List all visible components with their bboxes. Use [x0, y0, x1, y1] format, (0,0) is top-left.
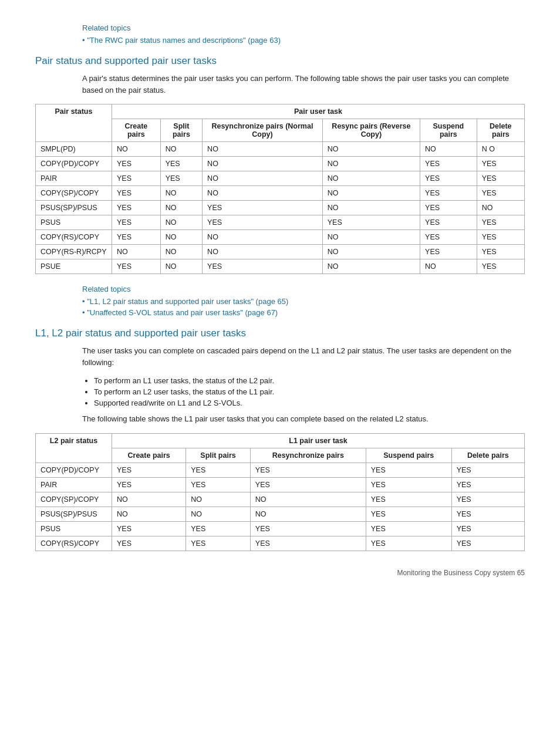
table2-subheader: Create pairs: [112, 448, 186, 463]
value-cell: YES: [420, 245, 477, 259]
value-cell: YES: [477, 215, 524, 230]
value-cell: NO: [186, 507, 251, 521]
value-cell: YES: [203, 259, 323, 274]
value-cell: YES: [186, 463, 251, 477]
value-cell: YES: [112, 536, 186, 551]
value-cell: YES: [112, 201, 161, 215]
value-cell: YES: [451, 463, 524, 477]
table-row: PSUS(SP)/PSUSYESNOYESNOYESNO: [36, 201, 525, 215]
value-cell: YES: [203, 215, 323, 230]
value-cell: YES: [366, 507, 451, 521]
value-cell: YES: [451, 507, 524, 521]
value-cell: YES: [451, 492, 524, 507]
table2-subheader: Suspend pairs: [366, 448, 451, 463]
value-cell: NO: [250, 507, 366, 521]
value-cell: YES: [186, 521, 251, 536]
value-cell: YES: [160, 157, 202, 171]
table-row: COPY(PD)/COPYYESYESYESYESYES: [36, 463, 525, 477]
value-cell: NO: [322, 142, 420, 157]
table-row: PSUEYESNOYESNONOYES: [36, 259, 525, 274]
table1-subheader: Resynchronize pairs (Normal Copy): [203, 119, 323, 142]
l2-pair-status-table: L2 pair status L1 pair user task Create …: [35, 433, 525, 551]
pair-status-cell: COPY(RS-R)/RCPY: [36, 245, 112, 259]
l2-status-cell: PSUS: [36, 521, 112, 536]
value-cell: NO: [160, 186, 202, 201]
value-cell: YES: [366, 463, 451, 477]
value-cell: YES: [366, 492, 451, 507]
table1-col1-header: Pair status: [36, 104, 112, 142]
list-item: Supported read/write on L1 and L2 S-VOLs…: [94, 399, 525, 407]
l2-status-cell: COPY(SP)/COPY: [36, 492, 112, 507]
value-cell: YES: [420, 201, 477, 215]
related-link-1[interactable]: "The RWC pair status names and descripti…: [82, 36, 525, 45]
value-cell: NO: [322, 201, 420, 215]
value-cell: YES: [160, 171, 202, 186]
value-cell: YES: [451, 477, 524, 492]
value-cell: NO: [420, 142, 477, 157]
value-cell: NO: [322, 230, 420, 245]
pair-status-cell: PSUS: [36, 215, 112, 230]
value-cell: YES: [477, 186, 524, 201]
value-cell: N O: [477, 142, 524, 157]
section2-bullets: To perform an L1 user tasks, the status …: [94, 376, 525, 407]
value-cell: YES: [477, 259, 524, 274]
value-cell: NO: [186, 492, 251, 507]
l2-status-cell: PSUS(SP)/PSUS: [36, 507, 112, 521]
table2-subheader: Delete pairs: [451, 448, 524, 463]
section2-heading: L1, L2 pair status and supported pair us…: [35, 328, 525, 339]
related-link-2[interactable]: "L1, L2 pair status and supported pair u…: [82, 297, 525, 306]
table1-subheader: Suspend pairs: [420, 119, 477, 142]
value-cell: NO: [112, 492, 186, 507]
value-cell: NO: [160, 142, 202, 157]
value-cell: YES: [112, 171, 161, 186]
table-row: COPY(SP)/COPYYESNONONOYESYES: [36, 186, 525, 201]
section2-body2: The following table shows the L1 pair us…: [82, 413, 525, 425]
value-cell: YES: [186, 477, 251, 492]
table1-subheader: Resync pairs (Reverse Copy): [322, 119, 420, 142]
l2-status-cell: COPY(PD)/COPY: [36, 463, 112, 477]
table-row: COPY(SP)/COPYNONONOYESYES: [36, 492, 525, 507]
section1-body: A pair's status determines the pair user…: [82, 73, 525, 96]
value-cell: NO: [420, 259, 477, 274]
related-topics-1: Related topics "The RWC pair status name…: [35, 23, 525, 45]
table1-subheader: Delete pairs: [477, 119, 524, 142]
footer: Monitoring the Business Copy system 65: [35, 569, 525, 577]
value-cell: YES: [366, 521, 451, 536]
table-row: SMPL(PD)NONONONONON O: [36, 142, 525, 157]
pair-status-cell: SMPL(PD): [36, 142, 112, 157]
table1-subheader: Split pairs: [160, 119, 202, 142]
related-topics-label-2: Related topics: [82, 285, 525, 293]
table-row: PAIRYESYESYESYESYES: [36, 477, 525, 492]
pair-status-cell: PSUS(SP)/PSUS: [36, 201, 112, 215]
value-cell: YES: [250, 521, 366, 536]
pair-status-cell: COPY(RS)/COPY: [36, 230, 112, 245]
value-cell: NO: [477, 201, 524, 215]
value-cell: YES: [451, 536, 524, 551]
value-cell: YES: [186, 536, 251, 551]
table2-subheader: Resynchronize pairs: [250, 448, 366, 463]
value-cell: YES: [451, 521, 524, 536]
value-cell: YES: [477, 230, 524, 245]
table-row: COPY(RS)/COPYYESYESYESYESYES: [36, 536, 525, 551]
list-item: To perform an L2 user tasks, the status …: [94, 387, 525, 396]
value-cell: NO: [203, 157, 323, 171]
value-cell: YES: [420, 157, 477, 171]
pair-status-cell: PSUE: [36, 259, 112, 274]
list-item: To perform an L1 user tasks, the status …: [94, 376, 525, 385]
related-link-3[interactable]: "Unaffected S-VOL status and pair user t…: [82, 308, 525, 317]
l2-status-cell: COPY(RS)/COPY: [36, 536, 112, 551]
value-cell: NO: [203, 245, 323, 259]
value-cell: YES: [477, 171, 524, 186]
related-topics-label-1: Related topics: [82, 23, 525, 32]
value-cell: YES: [203, 201, 323, 215]
value-cell: YES: [366, 477, 451, 492]
value-cell: YES: [112, 215, 161, 230]
pair-status-table: Pair status Pair user task Create pairsS…: [35, 104, 525, 274]
table-row: COPY(RS)/COPYYESNONONOYESYES: [36, 230, 525, 245]
value-cell: NO: [112, 507, 186, 521]
table2-top-header-row: L2 pair status L1 pair user task: [36, 433, 525, 448]
value-cell: YES: [112, 521, 186, 536]
table2-group-header: L1 pair user task: [112, 433, 525, 448]
table2-col1-header: L2 pair status: [36, 433, 112, 463]
value-cell: YES: [420, 215, 477, 230]
